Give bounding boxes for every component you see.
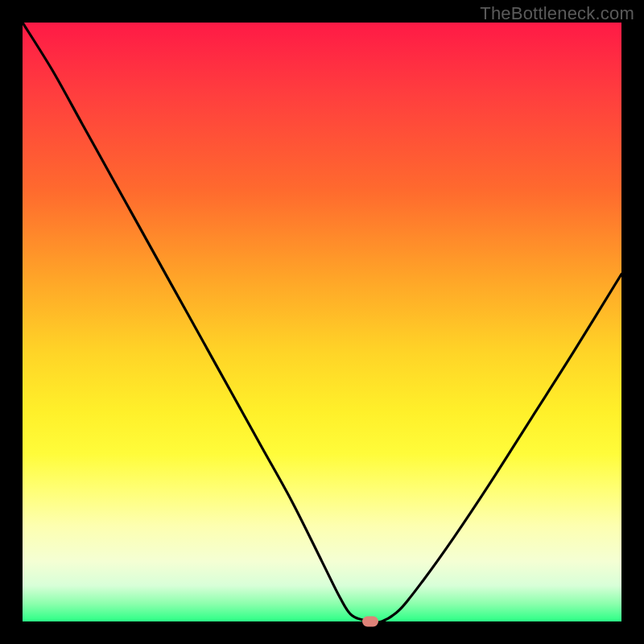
chart-frame: TheBottleneck.com — [0, 0, 644, 644]
watermark-text: TheBottleneck.com — [480, 3, 634, 24]
optimum-marker — [362, 617, 378, 627]
plot-area — [23, 23, 621, 621]
curve-svg — [23, 23, 621, 621]
bottleneck-curve — [23, 23, 621, 621]
